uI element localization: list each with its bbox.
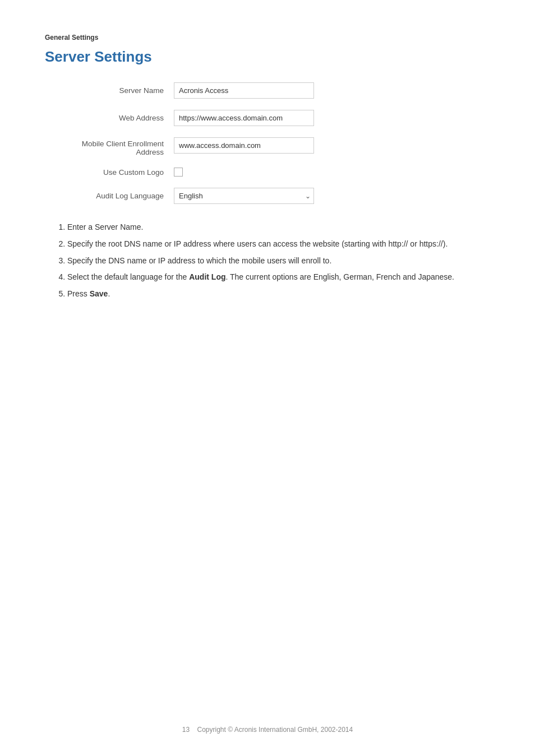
audit-log-language-wrapper: English German French Japanese ⌄	[174, 188, 314, 204]
bold-save: Save	[90, 289, 108, 298]
instructions-list: Enter a Server Name. Specify the root DN…	[67, 221, 490, 301]
server-name-label: Server Name	[45, 86, 174, 95]
server-name-input[interactable]	[174, 82, 314, 99]
mobile-client-enrollment-input[interactable]	[174, 137, 314, 154]
instruction-item-3: Specify the DNS name or IP address to wh…	[67, 254, 490, 268]
instruction-item-2: Specify the root DNS name or IP address …	[67, 238, 490, 251]
web-address-row: Web Address	[45, 110, 490, 126]
page-number: 13	[182, 726, 190, 734]
use-custom-logo-row: Use Custom Logo	[45, 168, 490, 177]
web-address-label: Web Address	[45, 114, 174, 122]
instruction-item-1: Enter a Server Name.	[67, 221, 490, 234]
page-title: Server Settings	[45, 48, 490, 66]
footer: 13 Copyright © Acronis International Gmb…	[0, 726, 535, 734]
breadcrumb: General Settings	[45, 34, 490, 41]
use-custom-logo-label: Use Custom Logo	[45, 168, 174, 177]
server-name-row: Server Name	[45, 82, 490, 99]
settings-form: Server Name Web Address Mobile Client En…	[45, 82, 490, 204]
mobile-client-row: Mobile Client EnrollmentAddress	[45, 137, 490, 156]
bold-audit-log: Audit Log	[189, 272, 225, 281]
use-custom-logo-checkbox[interactable]	[174, 168, 183, 177]
instruction-item-5: Press Save.	[67, 287, 490, 301]
audit-log-language-row: Audit Log Language English German French…	[45, 188, 490, 204]
instruction-item-4: Select the default language for the Audi…	[67, 271, 490, 284]
audit-log-language-label: Audit Log Language	[45, 192, 174, 200]
copyright-text: Copyright © Acronis International GmbH, …	[197, 726, 353, 734]
web-address-input[interactable]	[174, 110, 314, 126]
mobile-client-label: Mobile Client EnrollmentAddress	[45, 137, 174, 156]
audit-log-language-select[interactable]: English German French Japanese	[174, 188, 314, 204]
